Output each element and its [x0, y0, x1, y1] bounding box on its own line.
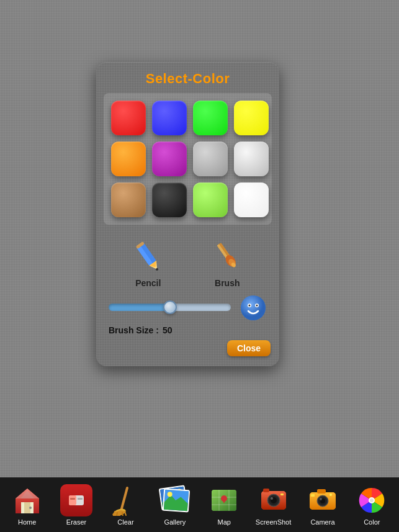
main-background: Select-Color: [0, 0, 399, 532]
svg-rect-25: [69, 495, 76, 505]
map-icon-svg: [208, 485, 240, 516]
svg-point-22: [29, 507, 32, 509]
svg-point-60: [320, 498, 322, 500]
brush-size-row: Brush Size : 50: [96, 324, 279, 340]
toolbar-screenshot-label: ScreenShot: [256, 518, 291, 526]
slider-section: [96, 288, 279, 324]
svg-point-64: [370, 498, 374, 502]
svg-rect-61: [311, 494, 315, 497]
toolbar-item-gallery[interactable]: Gallery: [153, 484, 197, 526]
toolbar: Home Eraser: [0, 477, 399, 532]
toolbar-item-eraser[interactable]: Eraser: [54, 484, 99, 526]
svg-line-35: [125, 512, 126, 515]
toolbar-item-home[interactable]: Home: [5, 484, 50, 526]
svg-point-62: [330, 494, 332, 496]
svg-rect-27: [78, 498, 83, 500]
toolbar-color-label: Color: [364, 518, 380, 526]
brush-tool[interactable]: Brush: [208, 237, 246, 288]
pencil-icon[interactable]: [130, 237, 167, 274]
broom-icon-svg: [110, 485, 141, 516]
home-icon[interactable]: [11, 484, 43, 516]
camera-icon-svg: [307, 485, 338, 516]
color-swatch-purple[interactable]: [152, 142, 187, 176]
camera-icon[interactable]: [307, 484, 339, 516]
toolbar-item-screenshot[interactable]: ScreenShot: [251, 484, 296, 526]
gallery-stack: [159, 484, 191, 516]
svg-line-34: [122, 513, 123, 516]
svg-rect-56: [317, 489, 326, 494]
eraser-icon-svg: [65, 489, 87, 512]
home-icon-svg: [12, 485, 43, 516]
brush-size-value: 50: [163, 325, 173, 335]
brush-icon[interactable]: [208, 237, 246, 274]
pinwheel-icon-svg: [356, 485, 387, 516]
dialog-title: Select-Color: [96, 62, 279, 93]
color-swatch-white[interactable]: [234, 183, 269, 217]
close-button[interactable]: Close: [227, 340, 271, 356]
gallery-icon[interactable]: [159, 484, 191, 516]
pencil-label: Pencil: [135, 278, 161, 288]
brush-label: Brush: [215, 278, 240, 288]
color-icon[interactable]: [356, 484, 388, 516]
color-swatch-red[interactable]: [111, 101, 146, 135]
svg-line-28: [121, 488, 127, 511]
color-grid-area: [104, 93, 272, 225]
tool-section: Pencil Brush: [96, 231, 279, 288]
color-swatch-light-gray[interactable]: [234, 142, 269, 176]
brush-size-slider[interactable]: [109, 304, 231, 311]
color-swatch-yellow[interactable]: [234, 101, 269, 135]
pencil-tool[interactable]: Pencil: [130, 237, 167, 288]
svg-point-52: [271, 497, 273, 500]
color-swatch-green[interactable]: [193, 101, 228, 135]
smiley-icon: [240, 294, 267, 322]
toolbar-camera-label: Camera: [310, 518, 334, 526]
toolbar-clear-label: Clear: [117, 518, 133, 526]
color-swatch-light-green[interactable]: [193, 183, 228, 217]
color-swatch-blue[interactable]: [152, 101, 187, 135]
toolbar-item-clear[interactable]: Clear: [103, 484, 148, 526]
toolbar-item-camera[interactable]: Camera: [300, 484, 345, 526]
color-swatch-black[interactable]: [152, 183, 187, 217]
toolbar-item-color[interactable]: Color: [349, 484, 394, 526]
toolbar-eraser-label: Eraser: [66, 518, 86, 526]
color-picker-dialog: Select-Color: [96, 62, 279, 366]
map-icon[interactable]: [208, 484, 240, 516]
svg-rect-48: [263, 489, 269, 492]
eraser-icon[interactable]: [60, 484, 92, 516]
toolbar-gallery-label: Gallery: [164, 518, 186, 526]
svg-rect-26: [70, 498, 75, 500]
toolbar-item-map[interactable]: Map: [202, 484, 246, 526]
svg-point-16: [256, 305, 258, 307]
color-swatch-gray[interactable]: [193, 142, 228, 176]
slider-container[interactable]: [109, 302, 231, 313]
toolbar-map-label: Map: [217, 518, 230, 526]
screenshot-icon[interactable]: [258, 484, 290, 516]
toolbar-home-label: Home: [18, 518, 36, 526]
color-swatch-orange[interactable]: [111, 142, 146, 176]
color-grid: [111, 101, 264, 217]
svg-line-32: [117, 513, 117, 516]
svg-rect-53: [280, 494, 284, 495]
color-swatch-brown[interactable]: [111, 183, 146, 217]
svg-point-12: [241, 295, 266, 320]
screenshot-icon-svg: [258, 485, 289, 516]
brush-size-label: Brush Size :: [109, 325, 159, 335]
pencil-icon-svg: [131, 238, 166, 273]
gallery-image-2: [163, 488, 190, 512]
eraser-icon-container: [60, 484, 92, 516]
clear-icon[interactable]: [109, 484, 141, 516]
brush-icon-svg: [210, 238, 244, 273]
svg-point-15: [249, 305, 251, 307]
close-button-row: Close: [96, 340, 279, 356]
